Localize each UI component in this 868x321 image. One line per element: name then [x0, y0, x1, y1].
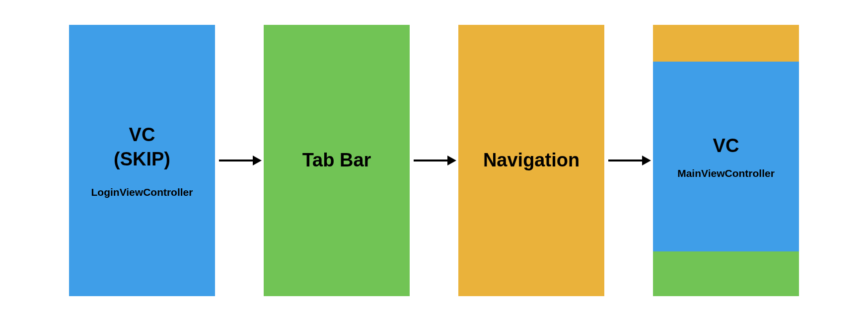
- arrow-right-icon: [412, 154, 456, 167]
- arrow-right-icon: [606, 154, 651, 167]
- svg-marker-3: [447, 156, 456, 165]
- svg-marker-1: [253, 156, 262, 165]
- arrow-right-icon: [217, 154, 262, 167]
- block-subtitle: MainViewController: [677, 167, 775, 179]
- layer-tab-bar: [653, 251, 799, 296]
- block-main-vc: VC MainViewController: [653, 25, 799, 296]
- layer-main-content: VC MainViewController: [653, 62, 799, 251]
- block-tab-bar: Tab Bar: [264, 25, 410, 296]
- block-title: VC: [713, 134, 739, 158]
- layer-navigation-bar: [653, 25, 799, 62]
- diagram-container: VC (SKIP) LoginViewController Tab Bar Na…: [0, 0, 868, 321]
- svg-marker-5: [642, 156, 651, 165]
- arrow-2: [410, 154, 458, 167]
- arrow-1: [215, 154, 264, 167]
- block-title-line2: (SKIP): [114, 149, 170, 169]
- block-title: VC (SKIP): [114, 123, 170, 172]
- block-subtitle: LoginViewController: [91, 186, 193, 198]
- block-login-vc: VC (SKIP) LoginViewController: [69, 25, 215, 296]
- block-title: Tab Bar: [302, 148, 371, 172]
- block-title-line1: VC: [129, 124, 155, 145]
- block-navigation: Navigation: [458, 25, 604, 296]
- block-title: Navigation: [483, 148, 579, 172]
- arrow-3: [604, 154, 653, 167]
